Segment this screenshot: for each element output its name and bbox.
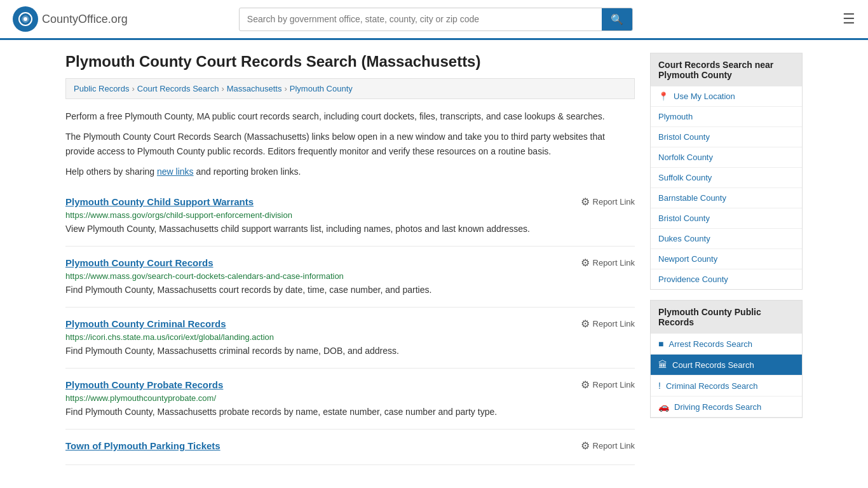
menu-icon[interactable]: ☰	[843, 11, 855, 27]
use-my-location-link[interactable]: 📍 Use My Location	[651, 86, 802, 106]
nav-icon-1: 🏛	[658, 360, 667, 370]
logo-text: CountyOffice.org	[42, 13, 128, 26]
nearby-item-8[interactable]: Providence County	[651, 269, 802, 289]
nearby-link-6[interactable]: Dukes County	[651, 229, 802, 248]
nav-icon-3: 🚗	[658, 402, 669, 412]
record-item: Plymouth County Court Records ⚙ Report L…	[65, 247, 635, 308]
record-desc-1: Find Plymouth County, Massachusetts cour…	[65, 283, 635, 297]
nearby-item-4[interactable]: Barnstable County	[651, 188, 802, 208]
nearby-item-0[interactable]: Plymouth	[651, 107, 802, 127]
breadcrumb-public-records[interactable]: Public Records	[74, 84, 129, 93]
record-url-2[interactable]: https://icori.chs.state.ma.us/icori/ext/…	[65, 332, 635, 342]
record-url-0[interactable]: https://www.mass.gov/orgs/child-support-…	[65, 210, 635, 220]
record-title-3[interactable]: Plymouth County Probate Records	[65, 379, 223, 390]
report-icon-4: ⚙	[581, 440, 590, 452]
report-icon-1: ⚙	[581, 257, 590, 269]
records-list: Plymouth County Child Support Warrants ⚙…	[65, 186, 635, 465]
svg-point-1	[24, 17, 27, 21]
nearby-item-3[interactable]: Suffolk County	[651, 168, 802, 188]
content-area: Plymouth County Court Records Search (Ma…	[65, 53, 635, 465]
breadcrumb: Public Records › Court Records Search › …	[65, 78, 635, 99]
public-records-section: Plymouth County Public Records ■ Arrest …	[650, 300, 803, 418]
nav-link-3[interactable]: 🚗 Driving Records Search	[651, 396, 802, 417]
search-bar: 🔍	[239, 8, 633, 31]
nav-icon-2: !	[658, 381, 661, 391]
nav-link-0[interactable]: ■ Arrest Records Search	[651, 334, 802, 354]
report-icon-0: ⚙	[581, 196, 590, 208]
public-records-nav: ■ Arrest Records Search 🏛 Court Records …	[651, 334, 802, 417]
nav-item-0[interactable]: ■ Arrest Records Search	[651, 334, 802, 355]
nearby-item-7[interactable]: Newport County	[651, 249, 802, 269]
nearby-section: Court Records Search near Plymouth Count…	[650, 53, 803, 290]
nearby-item-2[interactable]: Norfolk County	[651, 147, 802, 168]
nearby-link-8[interactable]: Providence County	[651, 269, 802, 289]
nearby-item-5[interactable]: Bristol County	[651, 208, 802, 229]
report-icon-2: ⚙	[581, 318, 590, 330]
record-title-4[interactable]: Town of Plymouth Parking Tickets	[65, 440, 220, 451]
new-links-link[interactable]: new links	[157, 166, 194, 177]
nearby-section-header: Court Records Search near Plymouth Count…	[651, 53, 802, 86]
main-container: Plymouth County Court Records Search (Ma…	[53, 40, 815, 478]
nearby-list: 📍 Use My Location PlymouthBristol County…	[651, 86, 802, 289]
nearby-link-2[interactable]: Norfolk County	[651, 147, 802, 167]
record-item: Plymouth County Child Support Warrants ⚙…	[65, 186, 635, 247]
report-icon-3: ⚙	[581, 379, 590, 391]
location-icon: 📍	[658, 92, 668, 101]
nearby-item-6[interactable]: Dukes County	[651, 229, 802, 249]
search-input[interactable]	[240, 9, 602, 29]
record-title-2[interactable]: Plymouth County Criminal Records	[65, 318, 226, 329]
record-item: Town of Plymouth Parking Tickets ⚙ Repor…	[65, 430, 635, 465]
record-url-1[interactable]: https://www.mass.gov/search-court-docket…	[65, 271, 635, 281]
nearby-link-1[interactable]: Bristol County	[651, 127, 802, 147]
record-desc-2: Find Plymouth County, Massachusetts crim…	[65, 344, 635, 358]
description-3: Help others by sharing new links and rep…	[65, 165, 635, 179]
record-title-1[interactable]: Plymouth County Court Records	[65, 257, 214, 268]
report-link-4[interactable]: ⚙ Report Link	[581, 440, 635, 452]
record-url-3[interactable]: https://www.plymouthcountyprobate.com/	[65, 393, 635, 403]
nav-link-1[interactable]: 🏛 Court Records Search	[651, 355, 802, 375]
nearby-item-1[interactable]: Bristol County	[651, 127, 802, 147]
nav-icon-0: ■	[658, 339, 663, 349]
report-link-0[interactable]: ⚙ Report Link	[581, 196, 635, 208]
description-2: The Plymouth County Court Records Search…	[65, 130, 635, 158]
nav-link-2[interactable]: ! Criminal Records Search	[651, 376, 802, 396]
nav-item-1[interactable]: 🏛 Court Records Search	[651, 355, 802, 376]
record-desc-0: View Plymouth County, Massachusetts chil…	[65, 222, 635, 236]
report-link-3[interactable]: ⚙ Report Link	[581, 379, 635, 391]
logo-icon	[13, 6, 38, 32]
search-button[interactable]: 🔍	[602, 8, 632, 30]
nearby-link-3[interactable]: Suffolk County	[651, 168, 802, 187]
nearby-link-5[interactable]: Bristol County	[651, 208, 802, 228]
use-my-location-item[interactable]: 📍 Use My Location	[651, 86, 802, 107]
breadcrumb-court-records-search[interactable]: Court Records Search	[137, 84, 219, 93]
nearby-link-7[interactable]: Newport County	[651, 249, 802, 269]
page-title: Plymouth County Court Records Search (Ma…	[65, 53, 635, 71]
site-logo[interactable]: CountyOffice.org	[13, 6, 128, 32]
record-item: Plymouth County Criminal Records ⚙ Repor…	[65, 308, 635, 369]
breadcrumb-plymouth-county[interactable]: Plymouth County	[290, 84, 353, 93]
breadcrumb-massachusetts[interactable]: Massachusetts	[227, 84, 282, 93]
nav-item-2[interactable]: ! Criminal Records Search	[651, 376, 802, 396]
sidebar: Court Records Search near Plymouth Count…	[650, 53, 803, 465]
nav-item-3[interactable]: 🚗 Driving Records Search	[651, 396, 802, 417]
public-records-section-header: Plymouth County Public Records	[651, 301, 802, 334]
description-1: Perform a free Plymouth County, MA publi…	[65, 109, 635, 123]
report-link-2[interactable]: ⚙ Report Link	[581, 318, 635, 330]
site-header: CountyOffice.org 🔍 ☰	[0, 0, 868, 40]
nearby-link-4[interactable]: Barnstable County	[651, 188, 802, 208]
record-item: Plymouth County Probate Records ⚙ Report…	[65, 369, 635, 430]
record-desc-3: Find Plymouth County, Massachusetts prob…	[65, 405, 635, 419]
nearby-link-0[interactable]: Plymouth	[651, 107, 802, 126]
report-link-1[interactable]: ⚙ Report Link	[581, 257, 635, 269]
record-title-0[interactable]: Plymouth County Child Support Warrants	[65, 196, 254, 207]
